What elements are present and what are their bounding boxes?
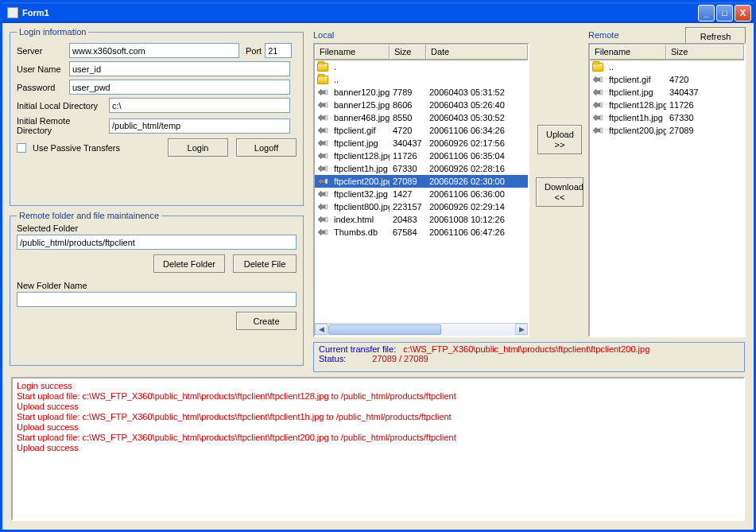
- list-item[interactable]: ftpclient800.jpg22315720060926 02:29:14: [315, 200, 528, 213]
- maximize-button[interactable]: □: [716, 5, 733, 21]
- svg-rect-4: [325, 141, 328, 146]
- initial-remote-dir-label: Initial Remote Directory: [17, 116, 106, 135]
- file-size: 8550: [390, 113, 426, 122]
- window-title: Form1: [22, 8, 49, 17]
- download-button[interactable]: Download <<: [536, 177, 583, 207]
- list-item[interactable]: banner125.jpg860620060403 05:26:40: [315, 99, 528, 111]
- list-item[interactable]: ftpclient.jpg34043720060926 02:17:56: [315, 137, 528, 150]
- new-folder-label: New Folder Name: [17, 281, 297, 290]
- file-icon: [317, 202, 328, 212]
- list-item[interactable]: ftpclient128.jpg11726: [590, 99, 744, 111]
- username-input[interactable]: [69, 61, 290, 76]
- svg-rect-9: [325, 204, 328, 209]
- file-size: 340437: [666, 87, 706, 97]
- remote-col-size[interactable]: Size: [666, 45, 744, 60]
- log-line: Start upload file: c:\WS_FTP_X360\public…: [17, 433, 739, 443]
- list-item[interactable]: ftpclient32.jpg142720061106 06:36:00: [315, 188, 528, 200]
- list-item[interactable]: index.html2048320061008 10:12:26: [315, 213, 528, 226]
- status-value: 27089 / 27089: [372, 354, 428, 363]
- local-col-size[interactable]: Size: [390, 45, 426, 60]
- selected-folder-label: Selected Folder: [17, 223, 297, 233]
- logoff-button[interactable]: Logoff: [236, 138, 297, 157]
- close-button[interactable]: X: [735, 5, 751, 21]
- local-scrollbar[interactable]: ◀ ▶: [315, 323, 528, 336]
- remote-label: Remote: [588, 30, 619, 40]
- file-name: ..: [606, 62, 666, 72]
- list-item[interactable]: ftpclient1h.jpg6733020060926 02:28:16: [315, 162, 528, 175]
- file-name: .: [331, 62, 390, 72]
- new-folder-input[interactable]: [17, 292, 297, 307]
- list-item[interactable]: ftpclient.jpg340437: [590, 86, 744, 99]
- passive-checkbox[interactable]: [17, 143, 26, 153]
- folder-icon: [317, 63, 328, 72]
- file-icon: [592, 100, 603, 110]
- file-size: 20483: [390, 215, 426, 224]
- scroll-left-icon[interactable]: ◀: [315, 324, 328, 335]
- file-date: 20061106 06:47:26: [426, 227, 508, 237]
- file-date: 20060403 05:31:52: [426, 87, 508, 97]
- port-input[interactable]: [265, 43, 292, 58]
- password-input[interactable]: [69, 80, 290, 95]
- log-line: Upload success: [17, 443, 739, 453]
- file-size: 27089: [666, 126, 706, 135]
- selected-folder-input[interactable]: [17, 235, 297, 250]
- remote-listview[interactable]: Filename Size ..ftpclient.gif4720ftpclie…: [588, 43, 746, 337]
- client-area: Login information Server Port User Name …: [5, 25, 751, 527]
- list-item[interactable]: ftpclient200.jpg27089: [590, 124, 744, 137]
- list-item[interactable]: banner120.jpg778920060403 05:31:52: [315, 86, 528, 99]
- minimize-button[interactable]: _: [698, 5, 715, 21]
- list-item[interactable]: ftpclient.gif4720: [590, 73, 744, 86]
- list-item[interactable]: ..: [315, 73, 528, 86]
- list-item[interactable]: ftpclient.gif472020061106 06:34:26: [315, 124, 528, 137]
- file-size: 340437: [390, 138, 426, 148]
- file-size: 67584: [390, 227, 426, 237]
- initial-remote-dir-input[interactable]: [109, 118, 290, 134]
- list-item[interactable]: ftpclient1h.jpg67330: [590, 111, 744, 124]
- svg-rect-13: [600, 90, 603, 95]
- remote-col-filename[interactable]: Filename: [590, 45, 666, 60]
- svg-rect-5: [325, 153, 328, 158]
- file-name: banner468.jpg: [331, 113, 390, 122]
- initial-local-dir-input[interactable]: [109, 98, 290, 113]
- file-date: 20061106 06:34:26: [426, 126, 508, 135]
- file-date: 20060926 02:17:56: [426, 138, 508, 148]
- login-button[interactable]: Login: [168, 138, 228, 157]
- local-listview[interactable]: Filename Size Date ...banner120.jpg77892…: [313, 43, 529, 337]
- file-icon: [592, 87, 603, 97]
- delete-folder-button[interactable]: Delete Folder: [153, 254, 225, 273]
- file-icon: [317, 151, 328, 161]
- main-window: Form1 _ □ X Login information Server Por…: [0, 0, 756, 532]
- scroll-right-icon[interactable]: ▶: [515, 324, 528, 335]
- list-item[interactable]: ftpclient200.jpg2708920060926 02:30:00: [315, 175, 528, 188]
- svg-rect-12: [600, 77, 603, 82]
- svg-rect-1: [325, 103, 328, 107]
- server-input[interactable]: [69, 43, 239, 58]
- file-date: 20061008 10:12:26: [426, 215, 508, 224]
- log-line: Upload success: [17, 402, 739, 412]
- local-col-date[interactable]: Date: [426, 45, 528, 60]
- list-item[interactable]: Thumbs.db6758420061106 06:47:26: [315, 226, 528, 239]
- upload-button[interactable]: Upload >>: [537, 125, 582, 154]
- list-item[interactable]: ..: [590, 60, 744, 73]
- list-item[interactable]: banner468.jpg855020060403 05:30:52: [315, 111, 528, 124]
- file-name: ftpclient.jpg: [331, 138, 390, 148]
- list-item[interactable]: .: [315, 60, 528, 73]
- list-item[interactable]: ftpclient128.jpg1172620061106 06:35:04: [315, 150, 528, 162]
- file-size: 4720: [390, 126, 426, 135]
- titlebar[interactable]: Form1 _ □ X: [2, 2, 754, 23]
- file-size: 223157: [390, 202, 426, 212]
- svg-rect-0: [325, 90, 328, 95]
- file-icon: [317, 87, 328, 97]
- file-name: ftpclient128.jpg: [606, 100, 666, 110]
- folder-icon: [592, 63, 603, 72]
- create-button[interactable]: Create: [236, 312, 297, 330]
- log-textarea[interactable]: Login successStart upload file: c:\WS_FT…: [11, 377, 745, 521]
- file-size: 67330: [666, 113, 706, 122]
- svg-rect-15: [600, 115, 603, 120]
- file-icon: [317, 126, 328, 135]
- delete-file-button[interactable]: Delete File: [233, 254, 297, 273]
- maintenance-groupbox: Remote folder and file maintainence Sele…: [10, 211, 304, 366]
- scroll-thumb[interactable]: [328, 324, 441, 335]
- status-panel: Current transfer file: c:\WS_FTP_X360\pu…: [313, 342, 745, 372]
- local-col-filename[interactable]: Filename: [315, 45, 390, 60]
